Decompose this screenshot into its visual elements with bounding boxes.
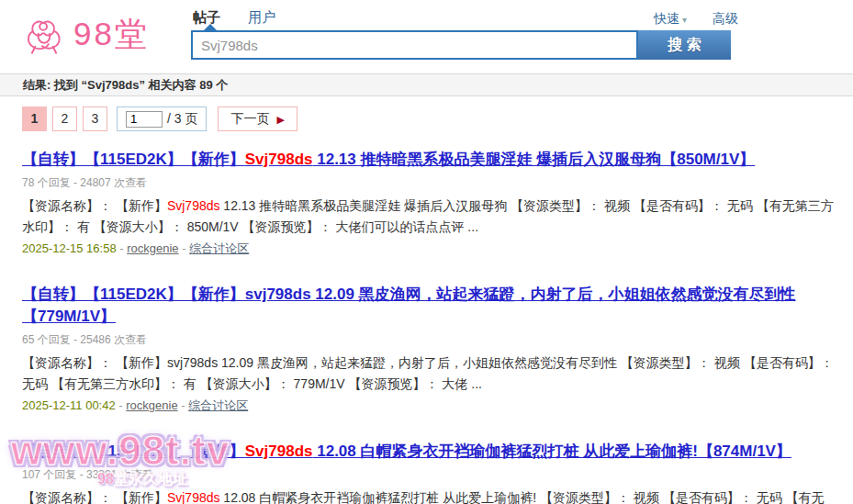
result-stats: 65 个回复 - 25486 次查看 [22,332,835,348]
active-tab-pointer [204,24,217,30]
search-results-list: 【自转】【115ED2K】【新作】Svj798ds 12.13 推特暗黑系极品美… [22,149,835,504]
page-button-2[interactable]: 2 [52,106,77,131]
search-result-item: 【自转】【115ED2K】【新作】Svj798ds 12.08 白帽紧身衣开裆瑜… [22,441,835,504]
tab-posts[interactable]: 帖子 [193,9,220,25]
result-footer: 2025-12-15 16:58 - rockgenie - 综合讨论区 [22,241,835,257]
search-mode-links: 快速▾ 高级 [654,11,738,28]
page-button-3[interactable]: 3 [83,106,107,131]
search-input[interactable] [191,30,638,60]
result-title-link[interactable]: 【自转】【115ED2K】【新作】Svj798ds 12.13 推特暗黑系极品美… [22,149,835,171]
result-forum-link[interactable]: 综合讨论区 [188,398,248,412]
page-jump-input[interactable] [126,111,163,128]
result-snippet: 【资源名称】： 【新作】svj798ds 12.09 黑皮渔网，站起来猛蹬，内射… [22,353,835,395]
advanced-search-link[interactable]: 高级 [713,11,738,28]
result-stats: 78 个回复 - 24807 次查看 [22,175,835,191]
result-title-link[interactable]: 【自转】【115ED2K】【新作】Svj798ds 12.08 白帽紧身衣开裆瑜… [22,441,835,463]
header: 98堂 帖子 用户 快速▾ 高级 搜 索 [0,0,853,73]
result-stats: 107 个回复 - 33391 次查看 [22,467,835,483]
result-footer: 2025-12-11 00:42 - rockgenie - 综合讨论区 [22,398,835,414]
quick-search-link[interactable]: 快速▾ [654,11,687,28]
result-title-link[interactable]: 【自转】【115ED2K】【新作】svj798ds 12.09 黑皮渔网，站起来… [22,284,835,328]
next-page-button[interactable]: 下一页▶ [218,106,297,131]
page-jump-box: / 3 页 [117,106,207,131]
result-date: 2025-12-11 00:42 [22,398,116,412]
site-title: 98堂 [73,13,150,56]
page-jump-total: / 3 页 [167,111,197,128]
next-arrow-icon: ▶ [276,114,284,125]
caret-down-icon: ▾ [682,15,687,25]
pagination: 1 2 3 / 3 页 下一页▶ [22,106,853,131]
search-button[interactable]: 搜 索 [638,30,731,60]
site-logo[interactable]: 98堂 [18,6,150,62]
result-author-link[interactable]: rockgenie [127,241,178,255]
result-author-link[interactable]: rockgenie [126,398,177,412]
result-date: 2025-12-15 16:58 [22,241,117,255]
result-snippet: 【资源名称】： 【新作】Svj798ds 12.13 推特暗黑系极品美腿淫娃 爆… [22,196,835,238]
search-result-item: 【自转】【115ED2K】【新作】svj798ds 12.09 黑皮渔网，站起来… [22,284,835,414]
search-bar: 搜 索 [191,30,731,60]
result-forum-link[interactable]: 综合讨论区 [189,241,249,255]
tab-users[interactable]: 用户 [248,9,275,25]
rose-icon [18,6,70,62]
result-snippet: 【资源名称】： 【新作】Svj798ds 12.08 白帽紧身衣开裆瑜伽裤猛烈打… [22,487,835,504]
page-button-1[interactable]: 1 [22,106,47,131]
result-summary-bar: 结果: 找到 “Svj798ds” 相关内容 89 个 [0,73,853,96]
search-result-item: 【自转】【115ED2K】【新作】Svj798ds 12.13 推特暗黑系极品美… [22,149,835,257]
